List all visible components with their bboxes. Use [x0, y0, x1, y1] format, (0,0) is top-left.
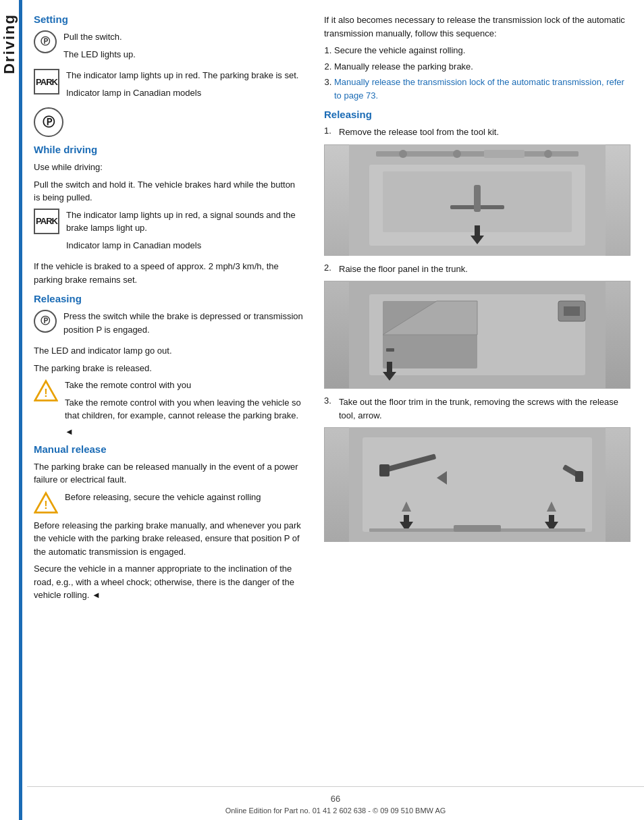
releasing-heading-right: Releasing [324, 109, 630, 120]
svg-point-9 [544, 150, 552, 158]
setting-icon-row: Ⓟ Pull the switch. The LED lights up. [34, 30, 304, 65]
while-driving-heading: While driving [34, 144, 304, 155]
canadian-p-label: Ⓟ [43, 114, 55, 130]
setting-step2: The LED lights up. [63, 48, 136, 61]
step-right-1-num: 1. [324, 126, 339, 139]
circle-p-inner-2: Ⓟ [41, 315, 50, 327]
step-right-1-row: 1. Remove the release tool from the tool… [324, 126, 630, 139]
svg-text:!: ! [44, 499, 47, 511]
warning-icon-1: ! [34, 379, 58, 403]
blue-bar [19, 0, 22, 820]
warning-triangle-2: ! [34, 491, 58, 515]
svg-rect-21 [564, 306, 580, 316]
steps-list-left: Secure the vehicle against rolling. Manu… [334, 44, 630, 102]
park-label-1: PARK [36, 77, 57, 87]
setting-text-col: Pull the switch. The LED lights up. [63, 30, 136, 65]
circle-p-icon-1: Ⓟ [34, 30, 57, 53]
canadian-icon-wrapper: Ⓟ [34, 107, 304, 137]
park-icon-1: PARK [34, 69, 59, 94]
manual-release-text3: Secure the vehicle in a manner appropria… [34, 562, 304, 602]
car-img-2-svg [325, 281, 630, 389]
car-image-1 [324, 144, 630, 256]
manual-release-text2: Before releasing the parking brake manua… [34, 519, 304, 559]
releasing-text2: The LED and indicator lamp go out. [34, 344, 304, 358]
setting-step1: Pull the switch. [63, 30, 136, 44]
circle-p-inner-1: Ⓟ [41, 36, 50, 48]
park-text-2: Indicator lamp in Canadian models [66, 86, 298, 100]
circle-p-icon-2: Ⓟ [34, 310, 57, 333]
svg-rect-32 [575, 471, 583, 482]
step-right-3-desc: Take out the floor trim in the trunk, re… [339, 395, 630, 422]
driving-label-text: Driving [1, 13, 18, 74]
step-left-2: Manually release the parking brake. [334, 60, 630, 74]
warning1-line1: Take the remote control with you [65, 379, 304, 392]
page-container: Driving Setting Ⓟ Pull the switch. The L… [0, 0, 644, 820]
main-content: Setting Ⓟ Pull the switch. The LED light… [27, 0, 644, 786]
step-right-2-num: 2. [324, 263, 339, 276]
manual-release-text1: The parking brake can be released manual… [34, 460, 304, 487]
right-column: If it also becomes necessary to release … [317, 13, 630, 773]
svg-point-7 [453, 150, 461, 158]
releasing-text3: The parking brake is released. [34, 362, 304, 375]
car-img-1-svg [325, 144, 630, 256]
setting-heading: Setting [34, 13, 304, 25]
svg-rect-19 [386, 348, 394, 352]
svg-rect-23 [363, 437, 592, 532]
step-right-2-desc: Raise the floor panel in the trunk. [339, 263, 468, 276]
step-right-1-desc: Remove the release tool from the tool ki… [339, 126, 499, 139]
park-text-4: Indicator lamp in Canadian models [66, 239, 304, 252]
svg-rect-34 [454, 525, 501, 532]
while-driving-text2: If the vehicle is braked to a speed of a… [34, 260, 304, 286]
warning-icon-2: ! [34, 491, 58, 515]
warning2-text: Before releasing, secure the vehicle aga… [65, 491, 261, 504]
warning-triangle-1: ! [34, 379, 58, 403]
park-text-col-1: The indicator lamp lights up in red. The… [66, 69, 298, 103]
left-column: Setting Ⓟ Pull the switch. The LED light… [34, 13, 317, 773]
svg-text:!: ! [44, 387, 47, 399]
park-icon-row-1: PARK The indicator lamp lights up in red… [34, 69, 304, 103]
park-text-col-2: The indicator lamp lights up in red, a s… [66, 209, 304, 256]
step-right-3-num: 3. [324, 395, 339, 422]
svg-rect-13 [474, 185, 481, 212]
warning1-line2: Take the remote control with you when le… [65, 396, 304, 422]
right-intro-text: If it also becomes necessary to release … [324, 13, 630, 40]
svg-rect-25 [379, 464, 390, 476]
step-left-3: Manually release the transmission lock o… [334, 76, 630, 102]
car-image-3 [324, 427, 630, 542]
step-right-2-row: 2. Raise the floor panel in the trunk. [324, 263, 630, 276]
car-img-3-svg [325, 427, 630, 542]
page-number: 66 [27, 794, 644, 804]
while-driving-text1: Pull the switch and hold it. The vehicle… [34, 178, 304, 204]
step-left-1: Secure the vehicle against rolling. [334, 44, 630, 57]
warning-row-2: ! Before releasing, secure the vehicle a… [34, 491, 304, 515]
svg-rect-8 [484, 150, 525, 158]
while-driving-intro: Use while driving: [34, 161, 304, 174]
footer: 66 Online Edition for Part no. 01 41 2 6… [27, 786, 644, 820]
copyright-text: Online Edition for Part no. 01 41 2 602 … [27, 807, 644, 815]
step-right-3-row: 3. Take out the floor trim in the trunk,… [324, 395, 630, 422]
canadian-circle-p: Ⓟ [34, 107, 63, 137]
end-marker-2: ◄ [92, 590, 101, 600]
end-marker-1: ◄ [65, 427, 74, 437]
warning1-text-col: Take the remote control with you Take th… [65, 379, 304, 437]
warning-row-1: ! Take the remote control with you Take … [34, 379, 304, 437]
park-label-2: PARK [36, 216, 57, 226]
releasing-heading-left: Releasing [34, 293, 304, 304]
park-icon-row-2: PARK The indicator lamp lights up in red… [34, 209, 304, 256]
releasing-text1: Press the switch while the brake is depr… [63, 310, 304, 336]
svg-point-6 [399, 150, 407, 158]
car-image-2 [324, 281, 630, 389]
park-text-3: The indicator lamp lights up in red, a s… [66, 209, 304, 235]
park-icon-2: PARK [34, 209, 59, 234]
park-text-1: The indicator lamp lights up in red. The… [66, 69, 298, 82]
driving-label: Driving [0, 0, 19, 820]
releasing-icon-row: Ⓟ Press the switch while the brake is de… [34, 310, 304, 340]
manual-release-heading: Manual release [34, 443, 304, 455]
